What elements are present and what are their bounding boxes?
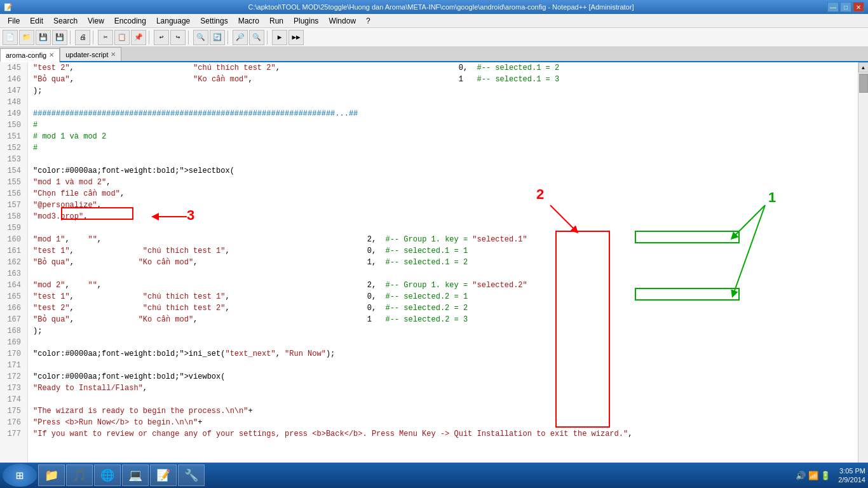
minimize-button[interactable]: —: [827, 2, 839, 12]
menu-run[interactable]: Run: [264, 14, 288, 27]
replace-button[interactable]: 🔄: [210, 30, 225, 45]
taskbar-explorer[interactable]: 📁: [38, 464, 65, 486]
taskbar: ⊞ 📁 🎵 🌐 💻 📝 🔧 🔊 📶 🔋 3:05 PM 2/9/2014: [0, 463, 868, 488]
taskbar-chrome[interactable]: 🌐: [94, 464, 121, 486]
extra-icon: 🔧: [182, 466, 200, 484]
media-icon: 🎵: [71, 466, 88, 484]
taskbar-cmd[interactable]: 💻: [122, 464, 149, 486]
zoom-in-button[interactable]: 🔎: [233, 30, 248, 45]
code-line-156: "Chọn file cần mod",: [33, 188, 858, 200]
code-line-166: "test 2", "chú thích test 2", 0, #-- sel…: [33, 302, 858, 314]
menu-help[interactable]: ?: [361, 14, 376, 27]
menu-settings[interactable]: Settings: [195, 14, 233, 27]
code-line-174: [33, 394, 858, 405]
tab-updater-script[interactable]: updater-script ✕: [60, 47, 121, 61]
code-line-170: "color:#0000aa;font-weight:bold;">ini_se…: [33, 348, 858, 360]
taskbar-media[interactable]: 🎵: [66, 464, 93, 486]
code-line-157: "@personalize",: [33, 200, 858, 211]
clock-date: 2/9/2014: [838, 475, 865, 484]
scroll-thumb[interactable]: [859, 74, 868, 93]
code-line-167: "Bỏ qua", "Ko cần mod", 1 #-- selected.2…: [33, 314, 858, 325]
code-line-155: "mod 1 và mod 2",: [33, 177, 858, 188]
cut-button[interactable]: ✂: [98, 30, 113, 45]
code-line-175: "The wizard is ready to begin the proces…: [33, 405, 858, 417]
explorer-icon: 📁: [43, 466, 60, 484]
tab-aroma-config-label: aroma-config: [6, 51, 46, 59]
title-bar: 📝 C:\apktool\TOOL MOD\25toggle\Huong dan…: [0, 0, 868, 14]
chrome-icon: 🌐: [98, 466, 116, 484]
code-line-168: );: [33, 325, 858, 337]
code-line-160: "mod 1", "", 2, #-- Group 1. key = "sele…: [33, 234, 858, 245]
toolbar-sep-3: [149, 30, 151, 44]
taskbar-npp[interactable]: 📝: [150, 464, 177, 486]
code-line-164: "mod 2", "", 2, #-- Group 1. key = "sele…: [33, 280, 858, 291]
menu-view[interactable]: View: [83, 14, 109, 27]
menu-file[interactable]: File: [3, 14, 25, 27]
run-button[interactable]: ▶▶: [288, 30, 304, 45]
code-line-159: [33, 222, 858, 234]
redo-button[interactable]: ↪: [170, 30, 186, 45]
code-line-163: [33, 268, 858, 280]
menu-edit[interactable]: Edit: [25, 14, 48, 27]
code-line-150: #: [33, 119, 858, 131]
open-button[interactable]: 📁: [19, 30, 34, 45]
toolbar-sep-6: [267, 30, 269, 44]
find-button[interactable]: 🔍: [193, 30, 208, 45]
code-line-162: "Bỏ qua", "Ko cần mod", 1, #-- selected.…: [33, 257, 858, 268]
menu-window[interactable]: Window: [323, 14, 361, 27]
save-all-button[interactable]: 💾: [52, 30, 67, 45]
scrollbar[interactable]: ▲: [858, 62, 868, 474]
toolbar-sep-1: [70, 30, 72, 44]
code-line-169: [33, 337, 858, 348]
code-line-147: );: [33, 85, 858, 97]
code-line-171: [33, 360, 858, 371]
menu-plugins[interactable]: Plugins: [288, 14, 323, 27]
code-area[interactable]: "test 2", "chú thích test 2", 0, #-- sel…: [28, 62, 858, 474]
taskbar-extra[interactable]: 🔧: [178, 464, 205, 486]
print-button[interactable]: 🖨: [75, 30, 90, 45]
new-button[interactable]: 📄: [3, 30, 18, 45]
code-line-158: "mod3.prop",: [33, 211, 858, 222]
code-line-165: "test 1", "chú thích test 1", 0, #-- sel…: [33, 291, 858, 302]
npp-icon: 📝: [154, 466, 172, 484]
tab-updater-script-close[interactable]: ✕: [111, 51, 116, 58]
code-line-148: [33, 97, 858, 108]
paste-button[interactable]: 📌: [131, 30, 146, 45]
toolbar-sep-5: [227, 30, 230, 44]
toolbar-sep-2: [93, 30, 95, 44]
cmd-icon: 💻: [126, 466, 144, 484]
line-numbers: 1451461471481491501511521531541551561571…: [0, 62, 28, 474]
toolbar-sep-4: [188, 30, 191, 44]
code-line-149: ########################################…: [33, 108, 858, 119]
tab-aroma-config[interactable]: aroma-config ✕: [0, 48, 60, 62]
copy-button[interactable]: 📋: [114, 30, 130, 45]
clock-time: 3:05 PM: [839, 466, 865, 475]
window-title: C:\apktool\TOOL MOD\25toggle\Huong dan A…: [55, 3, 827, 11]
taskbar-right: 🔊 📶 🔋 3:05 PM 2/9/2014: [796, 466, 865, 484]
tab-bar: aroma-config ✕ updater-script ✕: [0, 47, 868, 62]
zoom-out-button[interactable]: 🔍: [249, 30, 264, 45]
tab-aroma-config-close[interactable]: ✕: [49, 51, 54, 58]
menu-search[interactable]: Search: [48, 14, 83, 27]
scroll-up[interactable]: ▲: [858, 62, 869, 72]
menu-language[interactable]: Language: [151, 14, 195, 27]
menu-encoding[interactable]: Encoding: [109, 14, 151, 27]
code-line-172: "color:#0000aa;font-weight:bold;">viewbo…: [33, 371, 858, 383]
maximize-button[interactable]: □: [840, 2, 851, 12]
menu-macro[interactable]: Macro: [233, 14, 264, 27]
tray-icons: 🔊 📶 🔋: [796, 471, 831, 480]
code-line-146: "Bỏ qua", "Ko cần mod", 1 #-- selected.1…: [33, 74, 858, 85]
macro-button[interactable]: ▶: [272, 30, 287, 45]
save-button[interactable]: 💾: [36, 30, 51, 45]
code-line-173: "Ready to Install/Flash",: [33, 383, 858, 394]
code-line-151: # mod 1 và mod 2: [33, 131, 858, 142]
start-button[interactable]: ⊞: [3, 464, 37, 487]
undo-button[interactable]: ↩: [154, 30, 169, 45]
tab-updater-script-label: updater-script: [65, 51, 108, 58]
close-button[interactable]: ✕: [853, 2, 864, 12]
code-line-154: "color:#0000aa;font-weight:bold;">select…: [33, 165, 858, 177]
window-controls[interactable]: — □ ✕: [827, 2, 864, 12]
code-line-161: "test 1", "chú thích test 1", 0, #-- sel…: [33, 245, 858, 257]
editor-container: 1451461471481491501511521531541551561571…: [0, 62, 868, 474]
code-line-152: #: [33, 142, 858, 154]
